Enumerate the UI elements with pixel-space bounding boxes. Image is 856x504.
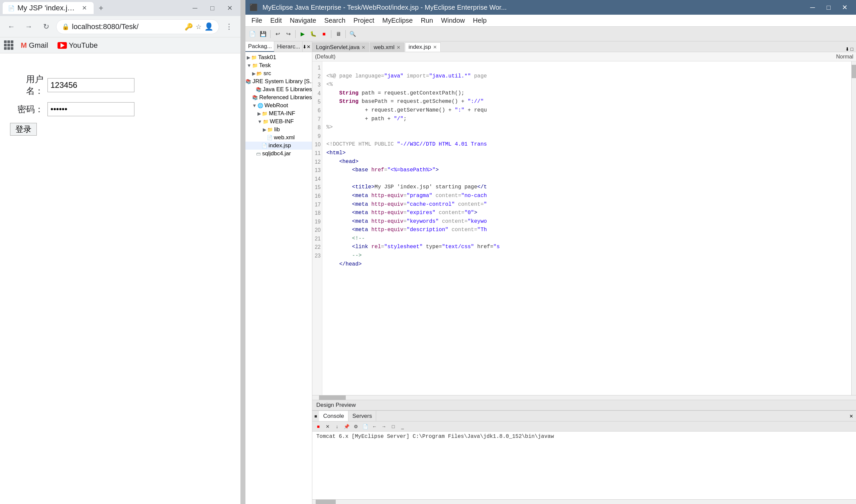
tree-item-tesk[interactable]: ▼ 📁 Tesk xyxy=(245,61,312,70)
ide-maximize-button[interactable]: □ xyxy=(821,1,836,13)
tree-item-sqljdbc[interactable]: 🗃 sqljdbc4.jar xyxy=(245,150,312,158)
tab-close-button[interactable]: ✕ xyxy=(80,4,88,12)
new-tab-button[interactable]: + xyxy=(95,2,107,14)
toolbar-run[interactable]: ▶ xyxy=(297,29,308,39)
sidebar-tab-package[interactable]: Packag... xyxy=(245,41,274,52)
code-content[interactable]: <%@ page language="java" import="java.ut… xyxy=(322,61,851,395)
bottom-panel-close[interactable]: ✕ xyxy=(849,413,853,419)
bookmark-youtube[interactable]: YouTube xyxy=(55,40,100,51)
bookmark-star-icon[interactable]: ☆ xyxy=(195,23,202,31)
account-icon[interactable]: 👤 xyxy=(204,22,213,31)
forward-button[interactable]: → xyxy=(21,19,36,34)
maximize-button[interactable]: □ xyxy=(204,2,220,14)
tree-item-lib[interactable]: ▶ 📁 lib xyxy=(245,126,312,133)
line-numbers: 1234567891011121314151617181920212223 xyxy=(312,61,322,395)
close-button[interactable]: ✕ xyxy=(222,2,238,14)
gmail-icon: M xyxy=(21,41,27,50)
reload-button[interactable]: ↻ xyxy=(39,19,53,34)
editor-tab-maximize[interactable]: □ xyxy=(851,47,853,52)
console-pin[interactable]: 📌 xyxy=(342,422,350,431)
bookmark-gmail[interactable]: M Gmail xyxy=(18,40,51,51)
editor-tab-loginservlet[interactable]: LoginServlet.java ✕ xyxy=(312,42,369,52)
menu-help[interactable]: Help xyxy=(469,15,490,26)
console-h-scrollbar-thumb xyxy=(316,500,336,504)
minimize-button[interactable]: ─ xyxy=(187,2,203,14)
console-maximize[interactable]: □ xyxy=(389,422,397,431)
toolbar-stop[interactable]: ■ xyxy=(319,29,329,39)
menu-run[interactable]: Run xyxy=(417,15,436,26)
back-button[interactable]: ← xyxy=(4,19,19,34)
editor-h-scrollbar-thumb xyxy=(319,395,346,400)
ide-minimize-button[interactable]: ─ xyxy=(805,1,820,13)
editor-tab-indexjsp[interactable]: index.jsp ✕ xyxy=(405,42,441,52)
tree-label-metainf: META-INF xyxy=(269,110,295,117)
ide-main-area: Packag... Hierarc... ⬇ ✕ ▶ 📁 Task01 xyxy=(245,41,856,504)
password-input[interactable] xyxy=(48,102,134,116)
menu-file[interactable]: File xyxy=(248,15,266,26)
bottom-tab-servers[interactable]: Servers xyxy=(348,411,377,421)
toolbar-search[interactable]: 🔍 xyxy=(348,29,358,39)
tree-item-jre[interactable]: 📚 JRE System Library [S... xyxy=(245,77,312,86)
tree-item-src[interactable]: ▶ 📂 src xyxy=(245,70,312,77)
login-button[interactable]: 登录 xyxy=(10,123,37,136)
tree-item-webroot[interactable]: ▼ 🌐 WebRoot xyxy=(245,102,312,110)
tree-label-sqljdbc: sqljdbc4.jar xyxy=(262,150,291,157)
toolbar-debug[interactable]: 🐛 xyxy=(308,29,318,39)
browser-tab-active[interactable]: 📄 My JSP 'index.jsp' starting pag ✕ xyxy=(3,2,93,14)
tree-arrow-src: ▶ xyxy=(252,71,256,76)
tree-item-referenced[interactable]: 📚 Referenced Libraries xyxy=(245,93,312,102)
toolbar-new[interactable]: 📄 xyxy=(247,29,257,39)
editor-scrollbar[interactable] xyxy=(851,61,856,395)
apps-button[interactable] xyxy=(4,40,14,50)
menu-edit[interactable]: Edit xyxy=(267,15,285,26)
editor-tab-minimize[interactable]: ⬇ xyxy=(845,47,849,52)
address-text: localhost:8080/Tesk/ xyxy=(72,22,182,31)
menu-myeclipse[interactable]: MyEclipse xyxy=(379,15,416,26)
console-nav-next[interactable]: → xyxy=(380,422,388,431)
console-scroll[interactable]: ↓ xyxy=(333,422,341,431)
tree-item-task01[interactable]: ▶ 📁 Task01 xyxy=(245,53,312,61)
console-toolbar: ■ ✕ ↓ 📌 ⚙ 📄 ← → □ _ xyxy=(312,421,856,432)
address-bar[interactable]: 🔒 localhost:8080/Tesk/ 🔑 ☆ 👤 xyxy=(56,19,219,34)
menu-window[interactable]: Window xyxy=(438,15,468,26)
editor-tab-webxml-label: web.xml xyxy=(374,44,394,51)
sidebar-minimize-button[interactable]: ⬇ xyxy=(303,44,307,50)
console-open-file[interactable]: 📄 xyxy=(361,422,369,431)
ide-toolbar: 📄 💾 ↩ ↪ ▶ 🐛 ■ 🖥 🔍 xyxy=(245,27,856,41)
tree-item-metainf[interactable]: ▶ 📁 META-INF xyxy=(245,110,312,118)
toolbar-undo[interactable]: ↩ xyxy=(273,29,283,39)
editor-tab-indexjsp-close[interactable]: ✕ xyxy=(433,44,437,50)
design-preview-bar[interactable]: Design Preview xyxy=(312,400,856,411)
editor-tab-webxml-close[interactable]: ✕ xyxy=(397,45,400,50)
editor-h-scrollbar[interactable] xyxy=(312,395,856,400)
console-terminate[interactable]: ■ xyxy=(314,422,322,431)
console-nav-prev[interactable]: ← xyxy=(371,422,378,431)
youtube-icon xyxy=(57,42,67,49)
tree-item-javaee[interactable]: 📚 Java EE 5 Libraries xyxy=(245,86,312,93)
toolbar-server[interactable]: 🖥 xyxy=(333,29,343,39)
tree-item-webinf[interactable]: ▼ 📁 WEB-INF xyxy=(245,118,312,126)
console-settings[interactable]: ⚙ xyxy=(352,422,360,431)
toolbar-redo[interactable]: ↪ xyxy=(283,29,293,39)
ide-close-button[interactable]: ✕ xyxy=(837,1,852,13)
menu-search[interactable]: Search xyxy=(321,15,349,26)
username-input[interactable] xyxy=(48,78,134,92)
console-minimize[interactable]: _ xyxy=(398,422,407,431)
console-clear[interactable]: ✕ xyxy=(324,422,332,431)
menu-project[interactable]: Project xyxy=(350,15,377,26)
window-divider[interactable] xyxy=(241,0,245,504)
editor-tab-loginservlet-close[interactable]: ✕ xyxy=(361,45,365,50)
bookmarks-bar: M Gmail YouTube xyxy=(0,37,240,53)
bottom-tab-console[interactable]: Console xyxy=(319,411,348,421)
tree-item-indexjsp[interactable]: 📄 index.jsp xyxy=(245,142,312,150)
bottom-panel-actions: ✕ xyxy=(849,413,856,419)
toolbar-save[interactable]: 💾 xyxy=(258,29,268,39)
tree-item-webxml[interactable]: 📄 web.xml xyxy=(245,133,312,142)
editor-tab-webxml[interactable]: web.xml ✕ xyxy=(370,42,404,52)
browser-menu-button[interactable]: ⋮ xyxy=(222,19,236,34)
console-h-scrollbar[interactable] xyxy=(312,499,856,504)
tree-label-webroot: WebRoot xyxy=(264,102,288,109)
menu-navigate[interactable]: Navigate xyxy=(287,15,320,26)
sidebar-close-button[interactable]: ✕ xyxy=(307,44,311,50)
sidebar-tab-hierarchy[interactable]: Hierarc... xyxy=(274,41,303,52)
